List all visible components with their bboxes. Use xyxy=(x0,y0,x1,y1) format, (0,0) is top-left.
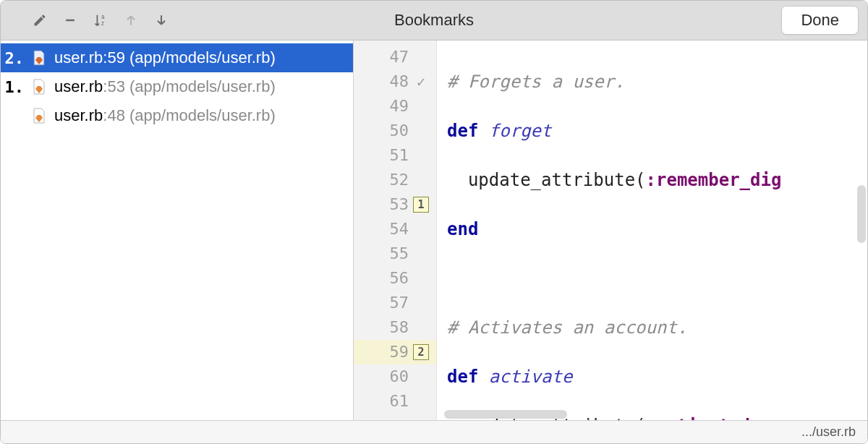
done-button[interactable]: Done xyxy=(781,6,859,35)
bookmark-mnemonic: 1. xyxy=(2,78,24,96)
bookmark-badge-icon[interactable]: 2 xyxy=(413,344,429,360)
sort-az-icon[interactable]: az xyxy=(92,12,109,29)
gutter-row: 51 xyxy=(354,143,436,168)
gutter-row: 57 xyxy=(354,291,436,315)
status-bar: .../user.rb xyxy=(1,420,867,443)
vertical-scrollbar[interactable] xyxy=(857,185,866,243)
code-preview: 47 48✓ 49 50 51 52 531 54 55 56 57 58 59… xyxy=(354,40,867,420)
svg-text:a: a xyxy=(101,14,105,20)
bookmark-item[interactable]: user.rb:48 (app/models/user.rb) xyxy=(1,101,353,130)
gutter-row: 58 xyxy=(354,315,436,340)
status-path: .../user.rb xyxy=(801,424,856,440)
gutter-row: 54 xyxy=(354,217,436,242)
gutter-row: 49 xyxy=(354,94,436,119)
gutter-row: 48✓ xyxy=(354,69,436,94)
bookmark-badge-icon[interactable]: 1 xyxy=(413,197,429,213)
toolbar: az Bookmarks Done xyxy=(1,1,867,40)
bookmark-label: user.rb:53 (app/models/user.rb) xyxy=(54,77,276,96)
ruby-file-icon xyxy=(31,50,47,66)
gutter-row: 61 xyxy=(354,389,436,414)
gutter-row: 531 xyxy=(354,192,436,217)
bookmarks-window: az Bookmarks Done 2. user.rb:59 (app/mod… xyxy=(0,0,868,444)
bookmark-list: 2. user.rb:59 (app/models/user.rb) 1. us… xyxy=(1,40,354,420)
bookmark-mnemonic: 2. xyxy=(2,49,24,67)
bookmark-item[interactable]: 1. user.rb:53 (app/models/user.rb) xyxy=(1,72,353,101)
code-area[interactable]: # Forgets a user. def forget update_attr… xyxy=(437,40,867,420)
gutter-row: 56 xyxy=(354,266,436,291)
bookmark-item[interactable]: 2. user.rb:59 (app/models/user.rb) xyxy=(1,43,353,72)
remove-icon[interactable] xyxy=(61,12,79,29)
move-down-icon[interactable] xyxy=(153,12,170,29)
editor-gutter: 47 48✓ 49 50 51 52 531 54 55 56 57 58 59… xyxy=(354,40,437,420)
toolbar-actions: az xyxy=(9,12,170,29)
gutter-row: 55 xyxy=(354,242,436,266)
bookmark-label: user.rb:59 (app/models/user.rb) xyxy=(54,48,276,67)
gutter-row: 50 xyxy=(354,119,436,143)
main-area: 2. user.rb:59 (app/models/user.rb) 1. us… xyxy=(1,40,867,420)
gutter-row: 592 xyxy=(354,340,436,364)
window-title: Bookmarks xyxy=(394,11,474,30)
edit-icon[interactable] xyxy=(31,12,48,29)
ruby-file-icon xyxy=(31,108,47,124)
gutter-row: 47 xyxy=(354,45,436,69)
move-up-icon[interactable] xyxy=(122,12,140,29)
gutter-row: 52 xyxy=(354,168,436,192)
ruby-file-icon xyxy=(31,79,47,95)
bookmark-label: user.rb:48 (app/models/user.rb) xyxy=(54,106,276,125)
svg-text:z: z xyxy=(101,20,104,27)
gutter-row: 60 xyxy=(354,364,436,389)
check-icon: ✓ xyxy=(417,69,425,94)
horizontal-scrollbar[interactable] xyxy=(444,410,567,419)
